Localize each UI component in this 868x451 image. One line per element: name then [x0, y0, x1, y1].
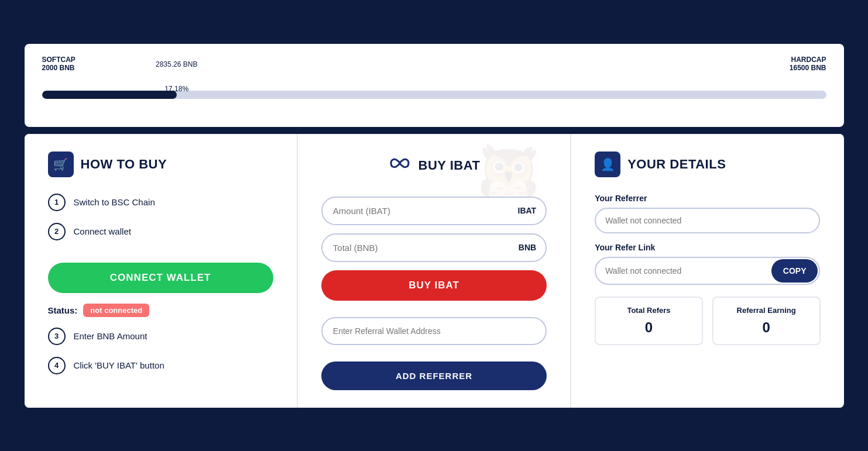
total-refers-box: Total Refers 0 [595, 297, 703, 345]
softcap-label: SOFTCAP 2000 BNB [42, 56, 76, 72]
user-icon: 👤 [595, 152, 620, 177]
cart-icon: 🛒 [48, 152, 74, 177]
step-1-item: 1 Switch to BSC Chain [48, 194, 273, 211]
amount-ibat-suffix: IBAT [518, 206, 537, 215]
step-4-item: 4 Click 'BUY IBAT' button [48, 357, 273, 374]
refer-link-label: Your Refer Link [595, 243, 820, 252]
refer-link-row: COPY [595, 257, 820, 285]
progress-section: SOFTCAP 2000 BNB HARDCAP 16500 BNB 2835.… [25, 44, 844, 127]
progress-bar-container: 2835.26 BNB 17.18% [42, 74, 826, 112]
hardcap-value: 16500 BNB [790, 64, 826, 72]
step-2-item: 2 Connect wallet [48, 223, 273, 240]
buy-ibat-panel: 🦉 BUY IBAT IBAT BNB BUY IBAT [298, 134, 571, 408]
referral-address-input[interactable] [321, 317, 547, 345]
referral-earning-box: Referral Earning 0 [712, 297, 821, 345]
total-bnb-input[interactable] [321, 233, 547, 262]
step-3-circle: 3 [48, 328, 66, 345]
progress-percent: 17.18% [164, 85, 188, 93]
status-row: Status: not connected [48, 304, 273, 317]
connect-wallet-button[interactable]: CONNECT WALLET [48, 263, 273, 293]
main-panels: 🛒 HOW TO BUY 1 Switch to BSC Chain 2 Con… [25, 134, 844, 408]
step-3-item: 3 Enter BNB Amount [48, 328, 273, 345]
step-2-circle: 2 [48, 223, 66, 240]
your-details-header: 👤 YOUR DETAILS [595, 152, 820, 177]
buy-ibat-header: BUY IBAT [321, 152, 547, 180]
your-details-panel: 👤 YOUR DETAILS Your Referrer Your Refer … [571, 134, 843, 408]
referral-earning-label: Referral Earning [722, 306, 811, 315]
softcap-value: 2000 BNB [42, 64, 76, 72]
hardcap-label: HARDCAP 16500 BNB [790, 56, 826, 72]
step-3-text: Enter BNB Amount [74, 331, 147, 341]
total-refers-label: Total Refers [604, 306, 694, 315]
step-4-text: Click 'BUY IBAT' button [74, 360, 164, 370]
referral-earning-value: 0 [722, 319, 811, 336]
copy-button[interactable]: COPY [771, 259, 818, 283]
infinity-icon [388, 152, 411, 180]
total-bnb-group: BNB [321, 233, 547, 262]
how-to-buy-title: HOW TO BUY [81, 157, 167, 172]
step-1-text: Switch to BSC Chain [74, 197, 155, 207]
referrer-input[interactable] [595, 208, 820, 233]
softcap-title: SOFTCAP [42, 56, 76, 64]
progress-bar-bg [42, 91, 826, 99]
how-to-buy-panel: 🛒 HOW TO BUY 1 Switch to BSC Chain 2 Con… [25, 134, 298, 408]
how-to-buy-header: 🛒 HOW TO BUY [48, 152, 273, 177]
buy-ibat-button[interactable]: BUY IBAT [321, 270, 547, 301]
your-details-title: YOUR DETAILS [627, 157, 726, 172]
refer-link-input[interactable] [596, 259, 770, 283]
add-referrer-button[interactable]: ADD REFERRER [321, 362, 547, 390]
step-2-text: Connect wallet [74, 226, 131, 236]
total-bnb-suffix: BNB [519, 243, 536, 252]
hardcap-title: HARDCAP [790, 56, 826, 64]
buy-ibat-title: BUY IBAT [418, 158, 481, 173]
progress-bar-fill [42, 91, 177, 99]
progress-bnb-value: 2835.26 BNB [156, 60, 197, 68]
referrer-label: Your Referrer [595, 194, 820, 203]
total-refers-value: 0 [604, 319, 694, 336]
referral-address-group [321, 317, 547, 353]
amount-ibat-group: IBAT [321, 197, 547, 225]
stats-row: Total Refers 0 Referral Earning 0 [595, 297, 820, 345]
status-badge: not connected [83, 304, 149, 317]
status-label: Status: [48, 305, 78, 315]
step-4-circle: 4 [48, 357, 66, 374]
page-wrapper: SOFTCAP 2000 BNB HARDCAP 16500 BNB 2835.… [25, 44, 844, 408]
amount-ibat-input[interactable] [321, 197, 547, 225]
step-1-circle: 1 [48, 194, 66, 211]
